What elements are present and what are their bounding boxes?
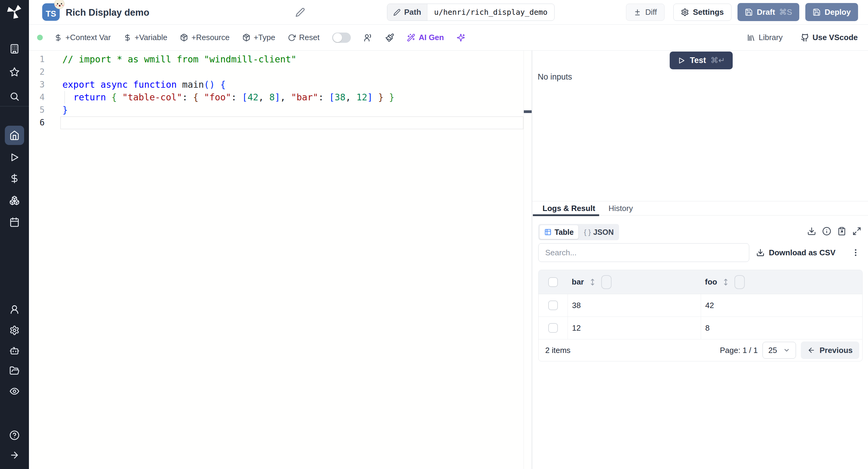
diff-icon [633, 8, 641, 16]
page-indicator: Page: 1 / 1 [720, 346, 758, 355]
expand-sidebar-icon[interactable] [0, 450, 29, 460]
library-label: Library [758, 33, 782, 42]
variables-icon[interactable] [0, 173, 29, 184]
row-checkbox[interactable] [548, 323, 558, 333]
play-icon [678, 57, 685, 64]
diff-label: Diff [645, 7, 657, 17]
deploy-button[interactable]: Deploy [805, 3, 858, 21]
path-edit-button[interactable]: Path [387, 4, 427, 21]
use-vscode-button[interactable]: Use VScode [801, 33, 858, 42]
diff-button[interactable]: Diff [626, 4, 664, 21]
resources-icon[interactable] [0, 195, 29, 206]
download-icon[interactable] [807, 227, 816, 236]
add-type-button[interactable]: +Type [242, 33, 276, 42]
download-csv-button[interactable]: Download as CSV [756, 248, 835, 257]
expand-icon[interactable] [852, 227, 861, 236]
favorites-icon[interactable] [0, 67, 29, 77]
arrow-left-icon [807, 346, 815, 354]
result-actions [807, 227, 861, 236]
editor-toolbar: +Context Var +Variable +Resource +Type R… [29, 25, 868, 51]
cell-bar: 12 [572, 323, 581, 333]
search-icon[interactable] [0, 91, 29, 101]
row-checkbox[interactable] [548, 301, 558, 310]
table-footer: 2 items Page: 1 / 1 25 Previous [538, 339, 862, 361]
draft-button[interactable]: Draft ⌘S [738, 3, 799, 21]
runs-icon[interactable] [0, 152, 29, 162]
save-icon [745, 8, 753, 16]
path-chip[interactable]: Path u/henri/rich_display_demo [387, 4, 555, 21]
tab-history[interactable]: History [609, 204, 633, 213]
test-label: Test [690, 56, 706, 65]
package-icon [242, 33, 250, 41]
download-icon [756, 248, 765, 257]
column-filter-handle[interactable] [601, 275, 612, 289]
windmill-script-editor: TS Rich Display demo Path u/henri/rich_d… [0, 0, 868, 469]
sidebar-item-home[interactable] [5, 126, 24, 145]
table-row: 38 42 [538, 294, 862, 317]
add-variable-button[interactable]: +Variable [124, 33, 167, 42]
column-header-bar[interactable]: bar [572, 277, 584, 287]
tab-logs-result[interactable]: Logs & Result [542, 204, 595, 213]
users-admin-icon[interactable] [0, 305, 29, 315]
right-panel: Test ⌘↵ No inputs Logs & Result History … [532, 51, 868, 469]
settings-nav-icon[interactable] [0, 325, 29, 336]
sparkles-icon[interactable] [457, 33, 465, 42]
search-input[interactable] [538, 243, 749, 262]
library-button[interactable]: Library [747, 33, 782, 42]
dollar-icon [124, 34, 131, 41]
table-menu-icon[interactable] [851, 248, 860, 257]
column-header-foo[interactable]: foo [705, 277, 717, 287]
code-line [62, 66, 395, 79]
reset-button[interactable]: Reset [288, 33, 319, 42]
sidebar-divider [0, 106, 29, 106]
test-button[interactable]: Test ⌘↵ [670, 52, 733, 69]
active-tab-underline [533, 214, 599, 216]
folders-icon[interactable] [0, 366, 29, 376]
code-editor[interactable]: 123456 // import * as wmill from "windmi… [29, 51, 532, 469]
assistant-toggle[interactable] [332, 33, 351, 43]
code-line: } [62, 104, 395, 116]
gear-icon [681, 8, 689, 16]
table-toolbar: Download as CSV [538, 243, 863, 262]
view-json-button[interactable]: { } JSON [580, 228, 618, 237]
format-icon[interactable] [385, 33, 394, 42]
draft-shortcut: ⌘S [779, 7, 792, 17]
workspace-icon[interactable] [0, 44, 29, 54]
editor-cursor-marker [524, 110, 532, 113]
code-line: return { "table-col": { "foo": [42, 8], … [62, 91, 395, 104]
no-inputs-text: No inputs [538, 72, 572, 82]
cell-foo: 8 [705, 323, 710, 333]
edit-title-icon[interactable] [296, 7, 305, 17]
result-area: Logs & Result History Table { } JSON [532, 201, 868, 469]
header: TS Rich Display demo Path u/henri/rich_d… [29, 0, 868, 25]
sort-icon[interactable] [722, 278, 730, 286]
add-context-var-button[interactable]: +Context Var [54, 33, 111, 42]
save-icon [812, 8, 821, 16]
github-icon [801, 33, 809, 42]
table-icon [544, 228, 552, 236]
windmill-logo-icon[interactable] [0, 4, 29, 19]
cell-bar: 38 [572, 301, 581, 310]
ai-gen-button[interactable]: AI Gen [407, 33, 444, 42]
cell-foo: 42 [705, 301, 714, 310]
schedules-icon[interactable] [0, 217, 29, 227]
info-icon[interactable] [822, 227, 831, 236]
editor-line-numbers: 123456 [29, 53, 44, 129]
settings-button[interactable]: Settings [673, 4, 732, 21]
workers-icon[interactable] [0, 345, 29, 356]
select-all-checkbox[interactable] [548, 277, 558, 287]
library-icon [747, 33, 755, 42]
add-resource-button[interactable]: +Resource [180, 33, 229, 42]
dollar-icon [54, 34, 62, 41]
page-size-select[interactable]: 25 [763, 342, 796, 359]
view-table-button[interactable]: Table [539, 225, 578, 239]
copy-result-icon[interactable] [837, 227, 846, 236]
table-header-row: bar foo [538, 270, 862, 294]
page-title: Rich Display demo [66, 7, 149, 18]
column-filter-handle[interactable] [735, 275, 745, 289]
help-icon[interactable] [0, 430, 29, 440]
multiplayer-icon[interactable] [364, 33, 373, 42]
audit-logs-icon[interactable] [0, 386, 29, 396]
sort-icon[interactable] [589, 278, 596, 286]
previous-page-button[interactable]: Previous [801, 342, 859, 359]
